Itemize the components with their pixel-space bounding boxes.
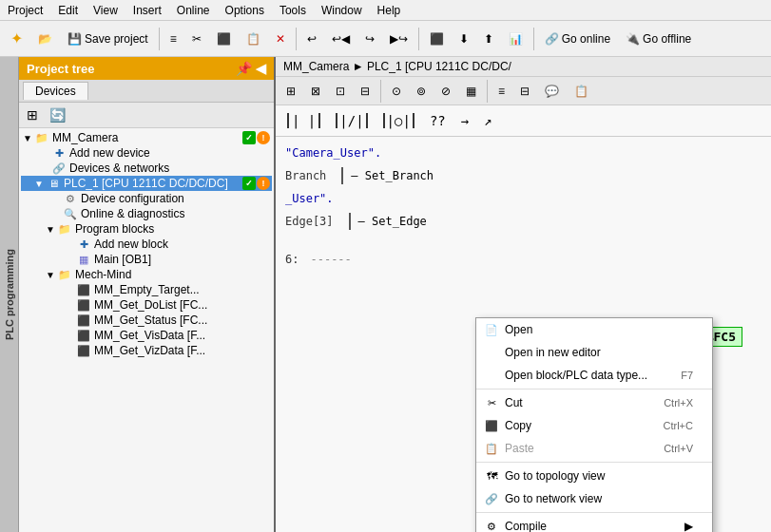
menu-options[interactable]: Options xyxy=(218,2,272,19)
sep4 xyxy=(533,28,534,50)
ctx-copy-shortcut: Ctrl+C xyxy=(664,420,693,431)
right-toolbar: ⊞ ⊠ ⊡ ⊟ ⊙ ⊚ ⊘ ▦ ≡ ⊟ 💬 📋 xyxy=(276,77,771,105)
rt-btn11[interactable]: 💬 xyxy=(538,81,566,102)
folder-open-icon: 📂 xyxy=(38,32,52,46)
upload-icon: ⬛ xyxy=(430,32,444,46)
tree-item-mech-mind[interactable]: ▼ 📁 Mech-Mind xyxy=(21,267,272,282)
copy-icon-ctx: ⬛ xyxy=(484,418,499,433)
menu-view[interactable]: View xyxy=(86,2,125,19)
mm-visdata-icon: ⬛ xyxy=(76,329,91,342)
undo2-button[interactable]: ↩◀ xyxy=(325,28,357,49)
rt-btn4[interactable]: ⊟ xyxy=(354,81,376,102)
pin-icon[interactable]: 📌 xyxy=(236,61,252,76)
ctx-open[interactable]: 📄 Open xyxy=(476,318,712,341)
ctx-open-block[interactable]: Open block/PLC data type... F7 xyxy=(476,364,712,387)
arrow-mmcamera: ▼ xyxy=(23,133,34,143)
ctx-paste[interactable]: 📋 Paste Ctrl+V xyxy=(476,437,712,460)
copy-button[interactable]: ⬛ xyxy=(210,28,238,49)
rt-btn1[interactable]: ⊞ xyxy=(279,81,302,102)
rt-btn3[interactable]: ⊡ xyxy=(329,81,352,102)
paste-button[interactable]: 📋 xyxy=(240,28,267,49)
arrow-program-blocks: ▼ xyxy=(46,224,57,235)
tree-item-program-blocks[interactable]: ▼ 📁 Program blocks xyxy=(21,221,272,237)
tree-expand-btn[interactable]: ⊞ xyxy=(21,104,44,125)
print-button[interactable]: ≡ xyxy=(164,28,183,49)
go-online-label: Go online xyxy=(562,32,610,46)
rt-btn10[interactable]: ⊟ xyxy=(513,81,536,102)
tree-item-mm-status[interactable]: ⬛ MM_Get_Status [FC... xyxy=(21,313,272,328)
menu-edit[interactable]: Edit xyxy=(50,2,86,19)
tree-item-mm-empty[interactable]: ⬛ MM_Empty_Target... xyxy=(21,282,272,297)
add-device-icon: ✚ xyxy=(51,146,67,160)
code-line-2: Branch — Set_Branch xyxy=(285,167,761,184)
tree-item-add-device[interactable]: ✚ Add new device xyxy=(21,145,272,161)
tree-item-mmcamera[interactable]: ▼ 📁 MM_Camera ✓ ! xyxy=(21,130,272,145)
tree-item-devices-networks[interactable]: 🔗 Devices & networks xyxy=(21,161,272,176)
tree-item-online-diag[interactable]: 🔍 Online & diagnostics xyxy=(21,206,272,221)
project-tree-panel: Project tree 📌 ◀ Devices ⊞ 🔄 ▼ 📁 MM_Came… xyxy=(19,57,276,532)
tree-item-mm-vizdata[interactable]: ⬛ MM_Get_VizData [F... xyxy=(21,343,272,358)
rt-btn7[interactable]: ⊘ xyxy=(434,81,457,102)
ctx-network[interactable]: 🔗 Go to network view xyxy=(476,487,712,510)
ctx-compile[interactable]: ⚙ Compile ▶ xyxy=(476,515,712,532)
save-button[interactable]: 💾 Save project xyxy=(61,28,155,49)
open-button[interactable]: 📂 xyxy=(31,28,59,49)
redo-button[interactable]: ↪ xyxy=(358,28,381,49)
ctx-cut[interactable]: ✂ Cut Ctrl+X xyxy=(476,391,712,414)
rt-btn6[interactable]: ⊚ xyxy=(410,81,433,102)
code-branch-label: Branch xyxy=(285,169,326,182)
compare-button[interactable]: 📊 xyxy=(502,28,530,49)
code-branch-func: — Set_Branch xyxy=(341,167,441,184)
menu-insert[interactable]: Insert xyxy=(125,2,169,19)
tree-refresh-btn[interactable]: 🔄 xyxy=(46,104,68,125)
label-mm-visdata: MM_Get_VisData [F... xyxy=(94,329,205,342)
tree-item-plc1[interactable]: ▼ 🖥 PLC_1 [CPU 1211C DC/DC/DC] ✓ ! xyxy=(21,176,272,191)
devices-tab[interactable]: Devices xyxy=(23,82,88,100)
cut-button[interactable]: ✂ xyxy=(185,28,208,49)
tree-item-main-ob1[interactable]: ▦ Main [OB1] xyxy=(21,252,272,267)
open-icon: 📄 xyxy=(484,322,499,337)
transfer-button[interactable]: ⬆ xyxy=(477,28,500,49)
tree-item-mm-dolist[interactable]: ⬛ MM_Get_DoList [FC... xyxy=(21,297,272,313)
rt-btn8[interactable]: ▦ xyxy=(459,81,483,102)
new-button[interactable]: ✦ xyxy=(4,26,29,51)
go-offline-button[interactable]: 🔌 Go offline xyxy=(619,28,698,49)
add-block-icon: ✚ xyxy=(76,238,91,251)
delete-icon: ✕ xyxy=(276,32,285,46)
ctx-topology[interactable]: 🗺 Go to topology view xyxy=(476,465,712,487)
ctx-copy[interactable]: ⬛ Copy Ctrl+C xyxy=(476,414,712,437)
status-orange-mmcamera: ! xyxy=(257,131,270,144)
go-online-button[interactable]: 🔗 Go online xyxy=(538,28,617,49)
menu-window[interactable]: Window xyxy=(314,2,370,19)
rt-icon11: 💬 xyxy=(545,85,559,98)
toolbar: ✦ 📂 💾 Save project ≡ ✂ ⬛ 📋 ✕ ↩ ↩◀ ↪ ▶↪ ⬛… xyxy=(0,21,771,57)
ctx-open-label: Open xyxy=(505,323,532,336)
redo2-button[interactable]: ▶↪ xyxy=(383,28,414,49)
tree-item-add-block[interactable]: ✚ Add new block xyxy=(21,237,272,252)
contact-pos-symbol: |○| xyxy=(383,113,414,128)
rt-btn5[interactable]: ⊙ xyxy=(385,81,408,102)
menu-online[interactable]: Online xyxy=(169,2,218,19)
collapse-icon[interactable]: ◀ xyxy=(256,61,266,76)
undo-button[interactable]: ↩ xyxy=(300,28,323,49)
menu-project[interactable]: Project xyxy=(0,2,50,19)
go-online-icon: 🔗 xyxy=(545,32,559,46)
label-mech-mind: Mech-Mind xyxy=(75,268,131,281)
plc-icon: 🖥 xyxy=(46,177,61,190)
rt-btn9[interactable]: ≡ xyxy=(492,81,511,102)
download-button[interactable]: ⬇ xyxy=(453,28,475,49)
upload-button[interactable]: ⬛ xyxy=(423,28,451,49)
ctx-open-new[interactable]: Open in new editor xyxy=(476,341,712,364)
rt-icon9: ≡ xyxy=(498,85,505,98)
rt-btn2[interactable]: ⊠ xyxy=(304,81,327,102)
rt-icon10: ⊟ xyxy=(520,85,530,98)
rt-btn12[interactable]: 📋 xyxy=(568,81,595,102)
menu-help[interactable]: Help xyxy=(370,2,409,19)
ctx-open-block-label: Open block/PLC data type... xyxy=(505,369,647,382)
delete-button[interactable]: ✕ xyxy=(269,28,292,49)
tree-item-mm-visdata[interactable]: ⬛ MM_Get_VisData [F... xyxy=(21,328,272,343)
rt-icon12: 📋 xyxy=(574,85,588,98)
menu-tools[interactable]: Tools xyxy=(272,2,314,19)
sep3 xyxy=(418,28,419,50)
tree-item-device-config[interactable]: ⚙ Device configuration xyxy=(21,191,272,206)
